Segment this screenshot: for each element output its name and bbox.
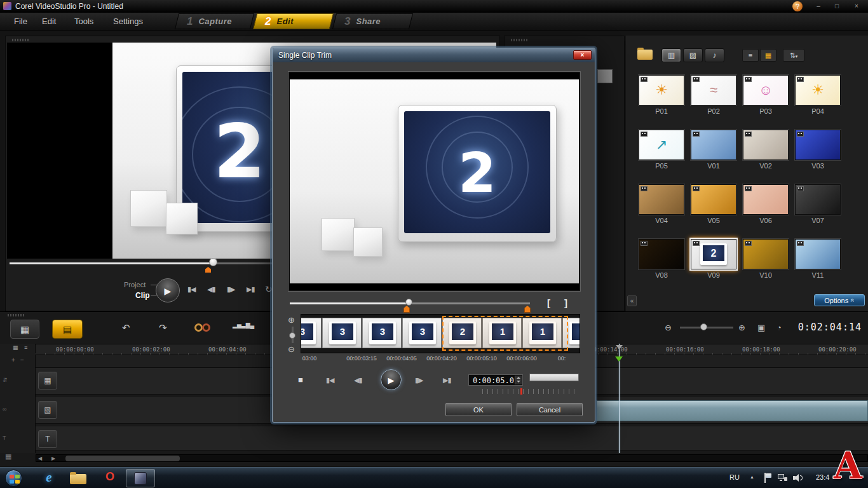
timeline-clip[interactable] bbox=[596, 400, 868, 421]
tab-share[interactable]: 3Share bbox=[334, 13, 411, 29]
library-item[interactable]: V11 bbox=[795, 239, 842, 283]
repeat-button[interactable]: ↻ bbox=[265, 284, 272, 294]
add-track-icon[interactable]: + bbox=[11, 356, 15, 363]
library-item[interactable]: V07 bbox=[795, 184, 842, 229]
jump-start-button[interactable]: ▮◀ bbox=[187, 285, 196, 294]
collapse-library-button[interactable]: « bbox=[627, 295, 637, 306]
library-item[interactable]: V05 bbox=[691, 184, 738, 229]
tray-clock[interactable]: 23:4 bbox=[816, 473, 829, 481]
library-item[interactable]: ☺ P03 bbox=[743, 75, 790, 119]
menu-file[interactable]: File bbox=[14, 13, 27, 30]
panel-drag-handle[interactable] bbox=[12, 39, 30, 41]
folder-icon[interactable] bbox=[637, 50, 653, 60]
library-item[interactable]: ↗ P05 bbox=[639, 130, 686, 174]
timeline-zoom-out-button[interactable]: ⊖ bbox=[665, 323, 672, 332]
scroll-thumb[interactable] bbox=[65, 456, 180, 461]
timeline-zoom-knob[interactable] bbox=[700, 323, 707, 330]
mark-out-button[interactable]: ] bbox=[564, 297, 567, 308]
corner-icon[interactable]: ▦ bbox=[5, 452, 11, 461]
title-track-small-icon[interactable]: T bbox=[3, 435, 6, 441]
tray-show-hidden-icon[interactable]: ▲ bbox=[750, 475, 754, 479]
trim-end-handle[interactable] bbox=[524, 306, 531, 313]
tab-edit[interactable]: 2Edit bbox=[255, 13, 332, 29]
panel-drag-handle[interactable] bbox=[8, 314, 25, 316]
frame-tick-slider[interactable] bbox=[482, 389, 579, 394]
library-item[interactable]: V01 bbox=[691, 130, 738, 174]
tray-language[interactable]: RU bbox=[729, 473, 740, 481]
network-icon[interactable] bbox=[778, 474, 787, 482]
next-frame-button[interactable]: ▮▶ bbox=[227, 285, 235, 294]
list-small-icon[interactable]: ≡ bbox=[24, 344, 27, 351]
dialog-close-button[interactable]: × bbox=[573, 50, 592, 60]
film-reels-icon[interactable] bbox=[194, 323, 212, 333]
scroll-left-button[interactable]: ◀ bbox=[38, 456, 42, 461]
menu-tools[interactable]: Tools bbox=[74, 13, 93, 30]
action-center-flag-icon[interactable] bbox=[764, 473, 771, 483]
clip-mode-label[interactable]: Clip bbox=[135, 291, 150, 300]
dialog-titlebar[interactable]: Single Clip Trim × bbox=[273, 48, 595, 62]
sound-mixer-icon[interactable]: ▂▅▃▇▄ bbox=[233, 322, 254, 329]
library-item[interactable]: ≈ P02 bbox=[691, 75, 738, 119]
title-track-row[interactable] bbox=[36, 426, 868, 451]
redo-button[interactable]: ↷ bbox=[159, 322, 167, 334]
filmstrip-frame[interactable]: 3 bbox=[362, 318, 402, 348]
volume-icon[interactable] bbox=[793, 473, 803, 482]
preview-playhead-knob[interactable] bbox=[209, 258, 217, 266]
library-item[interactable]: 2 V09 bbox=[691, 239, 738, 283]
library-item[interactable]: V04 bbox=[639, 184, 686, 229]
remove-track-icon[interactable]: − bbox=[20, 356, 24, 363]
prev-frame-button[interactable]: ◀▮ bbox=[207, 285, 215, 294]
menu-edit[interactable]: Edit bbox=[42, 13, 56, 30]
preview-trim-marker[interactable] bbox=[205, 267, 211, 273]
trim-playhead-knob[interactable] bbox=[405, 299, 412, 306]
library-item[interactable]: V06 bbox=[743, 184, 790, 229]
filmstrip-frame[interactable]: 3 bbox=[322, 318, 362, 348]
duration-clock-icon[interactable]: ◔ bbox=[776, 323, 782, 332]
timeline-zoom-in-button[interactable]: ⊕ bbox=[738, 323, 745, 332]
library-item[interactable]: V02 bbox=[743, 130, 790, 174]
trim-next-frame-button[interactable]: ▮▶ bbox=[415, 376, 423, 384]
play-button[interactable]: ▶ bbox=[156, 278, 180, 302]
strip-zoom-in-button[interactable]: ⊕ bbox=[288, 315, 295, 325]
trim-jump-start-button[interactable]: ▮◀ bbox=[326, 376, 334, 384]
overlay-track-button[interactable]: ▧ bbox=[38, 401, 57, 419]
storyboard-view-button[interactable]: ▦ bbox=[10, 320, 39, 339]
trim-prev-frame-button[interactable]: ◀▮ bbox=[354, 376, 362, 384]
sort-button[interactable]: ⇅▾ bbox=[783, 49, 804, 62]
library-item[interactable]: V08 bbox=[639, 239, 686, 283]
taskbar-explorer-button[interactable] bbox=[70, 473, 89, 485]
trim-start-handle[interactable] bbox=[403, 306, 410, 313]
timeline-hscroll[interactable]: ◀ ▶ bbox=[36, 454, 868, 462]
cancel-button[interactable]: Cancel bbox=[517, 403, 583, 416]
track-swap-icon[interactable]: ⇵ bbox=[3, 377, 8, 383]
photo-gallery-button[interactable]: ▨ bbox=[683, 48, 703, 62]
jump-end-button[interactable]: ▶▮ bbox=[247, 285, 255, 294]
project-mode-label[interactable]: Project bbox=[124, 281, 146, 288]
timecode-spinner[interactable] bbox=[515, 376, 522, 384]
taskbar-ie-button[interactable]: e bbox=[38, 470, 60, 487]
minimize-button[interactable]: – bbox=[811, 1, 826, 11]
title-track-button[interactable]: T bbox=[38, 430, 57, 448]
menu-settings[interactable]: Settings bbox=[113, 13, 143, 30]
strip-zoom-knob[interactable] bbox=[289, 332, 295, 339]
grid-small-icon[interactable]: ▦ bbox=[13, 344, 18, 351]
audio-gallery-button[interactable]: ♪ bbox=[705, 48, 724, 62]
start-button[interactable] bbox=[5, 470, 22, 487]
track-link-icon[interactable]: ∞ bbox=[3, 406, 6, 412]
taskbar-videostudio-button[interactable] bbox=[126, 469, 155, 487]
list-view-button[interactable]: ≡ bbox=[742, 49, 759, 62]
trim-jump-end-button[interactable]: ▶▮ bbox=[443, 376, 451, 384]
strip-zoom-out-button[interactable]: ⊖ bbox=[288, 344, 295, 354]
trim-stop-button[interactable]: ■ bbox=[298, 375, 303, 384]
library-item[interactable]: ☀ P01 bbox=[639, 75, 686, 119]
trim-timecode-box[interactable]: 0:00:05.0 bbox=[468, 374, 523, 386]
maximize-button[interactable]: □ bbox=[829, 1, 844, 11]
library-item[interactable]: ☀ P04 bbox=[795, 75, 842, 119]
video-track-button[interactable]: ▦ bbox=[38, 372, 57, 390]
trim-play-button[interactable]: ▶ bbox=[381, 369, 402, 390]
grid-view-button[interactable]: ▦ bbox=[760, 49, 776, 62]
undo-button[interactable]: ↶ bbox=[122, 322, 130, 334]
timeline-view-button[interactable]: ▤ bbox=[52, 320, 83, 339]
library-item[interactable]: V03 bbox=[795, 130, 842, 174]
options-button[interactable]: Options « bbox=[814, 294, 865, 306]
